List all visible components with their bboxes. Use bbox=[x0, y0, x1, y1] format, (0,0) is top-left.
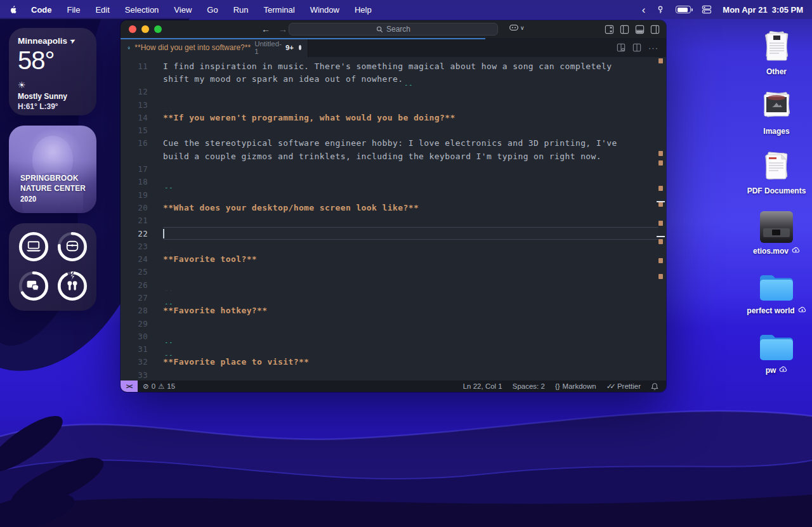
errors-icon: ⊘ bbox=[143, 382, 149, 391]
status-formatter[interactable]: ✓✓Prettier bbox=[606, 382, 641, 391]
editor-line[interactable]: 11I find inspiration in music. There's s… bbox=[121, 60, 666, 72]
status-language[interactable]: {}Markdown bbox=[555, 382, 596, 390]
close-button[interactable] bbox=[129, 25, 136, 33]
photo-widget[interactable]: SPRINGBROOK NATURE CENTER 2020 bbox=[9, 126, 96, 213]
editor-line[interactable]: 28**Favorite hotkey?** bbox=[121, 304, 666, 317]
line-number: 19 bbox=[121, 190, 163, 200]
line-content: build a couple gizmos and trinklets, inc… bbox=[163, 150, 658, 162]
editor-line[interactable]: 12 bbox=[121, 86, 666, 98]
menu-go[interactable]: Go bbox=[207, 5, 218, 15]
editor-line[interactable]: 32**Favorite place to visit?** bbox=[121, 356, 666, 368]
toggle-primary-sidebar-icon[interactable] bbox=[620, 25, 629, 34]
modified-indicator[interactable] bbox=[299, 45, 301, 50]
status-remote[interactable]: >< bbox=[121, 381, 138, 392]
displays-icon[interactable] bbox=[702, 5, 712, 14]
ruler-cursor-tick bbox=[657, 236, 665, 237]
video-icon bbox=[759, 207, 794, 244]
menu-help[interactable]: Help bbox=[355, 5, 372, 15]
desktop-icon-perfect-world[interactable]: perfect world bbox=[741, 266, 812, 315]
editor-line[interactable]: 16Cue the stereotypical software enginee… bbox=[121, 137, 666, 150]
copilot-button[interactable]: ∨ bbox=[509, 23, 525, 32]
editor-line[interactable]: 22 bbox=[121, 227, 666, 240]
menu-edit[interactable]: Edit bbox=[95, 5, 109, 15]
line-content bbox=[163, 266, 658, 278]
toggle-secondary-sidebar-icon[interactable] bbox=[650, 25, 660, 34]
desktop-icon-pw[interactable]: pw bbox=[741, 326, 812, 375]
editor-layout-icon[interactable] bbox=[632, 43, 641, 52]
menu-items: CodeFileEditSelectionViewGoRunTerminalWi… bbox=[31, 5, 372, 15]
line-number: 13 bbox=[121, 100, 163, 110]
editor-line[interactable]: 33 bbox=[121, 368, 666, 381]
customize-layout-icon[interactable] bbox=[605, 25, 614, 34]
menu-selection[interactable]: Selection bbox=[125, 5, 159, 15]
line-number: 20 bbox=[121, 203, 163, 212]
split-editor-icon[interactable] bbox=[617, 43, 625, 52]
line-content: shift my mood or spark an idea out of no… bbox=[163, 72, 658, 85]
menu-window[interactable]: Window bbox=[310, 5, 339, 15]
nav-forward-icon[interactable]: → bbox=[278, 24, 287, 34]
status-problems[interactable]: ⊘0 ⚠15 bbox=[143, 382, 175, 391]
weather-temp: 58° bbox=[18, 46, 88, 75]
tab-badge: 9+ bbox=[285, 44, 294, 51]
chevron-left-icon[interactable]: ‹ bbox=[642, 4, 646, 15]
desktop-icon-pdf-documents[interactable]: PDF Documents bbox=[741, 147, 812, 195]
editor-line[interactable]: 20**What does your desktop/home screen l… bbox=[121, 201, 666, 214]
menu-run[interactable]: Run bbox=[233, 5, 249, 15]
batteries-widget[interactable] bbox=[9, 223, 96, 311]
menu-terminal[interactable]: Terminal bbox=[264, 5, 295, 15]
minimize-button[interactable] bbox=[141, 25, 149, 33]
key-icon[interactable] bbox=[656, 5, 665, 15]
editor-line[interactable]: 25 bbox=[121, 266, 666, 278]
editor-line[interactable]: 29 bbox=[121, 317, 666, 330]
line-number: 32 bbox=[121, 357, 163, 367]
editor-line[interactable]: 23 bbox=[121, 240, 666, 252]
notifications-bell-icon[interactable] bbox=[651, 382, 658, 391]
tab-untitled-1[interactable]: **How did you get into software?** Untit… bbox=[121, 38, 308, 57]
editor-line[interactable]: 17 bbox=[121, 162, 666, 175]
warning-squiggle bbox=[163, 242, 173, 251]
weather-high-low: H:61° L:39° bbox=[18, 102, 88, 111]
battery-icon[interactable] bbox=[676, 6, 691, 13]
search-box[interactable]: Search bbox=[289, 23, 498, 36]
weather-widget[interactable]: Minneapolis➤ 58° ☀ Mostly Sunny H:61° L:… bbox=[9, 28, 96, 115]
search-icon bbox=[376, 26, 383, 33]
editor-line[interactable]: 31 bbox=[121, 343, 666, 356]
editor-line[interactable]: build a couple gizmos and trinklets, inc… bbox=[121, 150, 666, 162]
zoom-button[interactable] bbox=[154, 25, 162, 33]
line-content: Cue the stereotypical software engineer … bbox=[163, 137, 658, 150]
editor-line[interactable]: 27 bbox=[121, 291, 666, 304]
ruler-warning-mark bbox=[658, 258, 663, 263]
menu-clock[interactable]: Mon Apr 21 3:05 PM bbox=[723, 5, 803, 15]
icon-label: Other bbox=[766, 67, 787, 76]
status-bar: >< ⊘0 ⚠15 Ln 22, Col 1 Spaces: 2 {}Markd… bbox=[121, 381, 666, 392]
apple-menu-icon[interactable] bbox=[9, 4, 18, 15]
editor-line[interactable]: shift my mood or spark an idea out of no… bbox=[121, 72, 666, 85]
nav-back-icon[interactable]: ← bbox=[261, 24, 270, 34]
menu-file[interactable]: File bbox=[67, 5, 81, 15]
line-number: 27 bbox=[121, 293, 163, 303]
desktop-icon-etios-mov[interactable]: etios.mov bbox=[741, 207, 812, 256]
editor-line[interactable]: 13 bbox=[121, 98, 666, 111]
editor-line[interactable]: 21 bbox=[121, 214, 666, 227]
line-number: 31 bbox=[121, 344, 163, 354]
desktop-icon-other[interactable]: Other bbox=[741, 28, 812, 76]
toggle-panel-icon[interactable] bbox=[635, 25, 645, 34]
desktop-icon-images[interactable]: Images bbox=[741, 88, 812, 136]
tab-filename: Untitled-1 bbox=[254, 40, 282, 55]
line-content bbox=[163, 240, 658, 252]
line-content bbox=[163, 330, 658, 342]
status-indentation[interactable]: Spaces: 2 bbox=[513, 382, 545, 390]
editor-line[interactable]: 19 bbox=[121, 188, 666, 201]
editor-line[interactable]: 26 bbox=[121, 278, 666, 291]
editor-line[interactable]: 24**Favorite tool?** bbox=[121, 252, 666, 265]
editor-line[interactable]: 18 bbox=[121, 176, 666, 188]
editor-line[interactable]: 15 bbox=[121, 124, 666, 136]
editor[interactable]: 11I find inspiration in music. There's s… bbox=[121, 57, 666, 381]
more-actions-icon[interactable]: ··· bbox=[648, 43, 658, 53]
editor-line[interactable]: 30 bbox=[121, 330, 666, 342]
editor-line[interactable]: 14**If you weren't programming, what wou… bbox=[121, 111, 666, 124]
title-bar[interactable]: ← → Search ∨ bbox=[121, 20, 666, 38]
status-cursor-position[interactable]: Ln 22, Col 1 bbox=[463, 382, 502, 390]
menu-view[interactable]: View bbox=[174, 5, 192, 15]
menu-code[interactable]: Code bbox=[31, 5, 52, 15]
